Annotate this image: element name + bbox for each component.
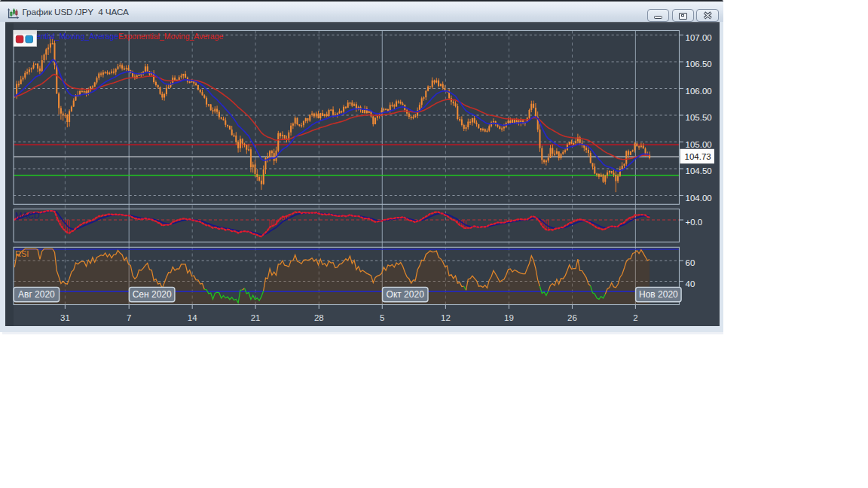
- svg-text:2: 2: [633, 313, 637, 322]
- svg-text:107.00: 107.00: [685, 33, 711, 42]
- svg-text:21: 21: [250, 313, 260, 322]
- svg-text:104.00: 104.00: [685, 194, 711, 203]
- svg-text:5: 5: [380, 313, 384, 322]
- svg-text:31: 31: [60, 313, 70, 322]
- svg-text:Нов 2020: Нов 2020: [639, 289, 678, 300]
- svg-text:106.00: 106.00: [685, 87, 711, 96]
- svg-text:104.73: 104.73: [684, 152, 711, 161]
- svg-text:14: 14: [187, 313, 197, 322]
- svg-text:Сен 2020: Сен 2020: [132, 289, 171, 300]
- svg-text:7: 7: [126, 313, 130, 322]
- svg-text:19: 19: [504, 313, 514, 322]
- svg-text:12: 12: [441, 313, 451, 322]
- svg-text:60: 60: [685, 258, 695, 267]
- svg-text:104.50: 104.50: [685, 166, 711, 175]
- svg-text:Авг 2020: Авг 2020: [18, 289, 55, 300]
- svg-text:+0.0: +0.0: [685, 218, 702, 227]
- svg-text:28: 28: [313, 313, 323, 322]
- svg-text:MACD: MACD: [15, 211, 39, 220]
- svg-text:Exponential_Moving_Average: Exponential_Moving_Average: [118, 32, 223, 41]
- svg-text:RSI: RSI: [15, 249, 29, 258]
- svg-text:106.50: 106.50: [685, 59, 711, 69]
- svg-text:26: 26: [567, 313, 577, 322]
- svg-text:Окт 2020: Окт 2020: [386, 289, 424, 300]
- svg-text:105.00: 105.00: [685, 140, 711, 149]
- svg-text:40: 40: [685, 279, 695, 288]
- svg-text:105.50: 105.50: [685, 113, 711, 122]
